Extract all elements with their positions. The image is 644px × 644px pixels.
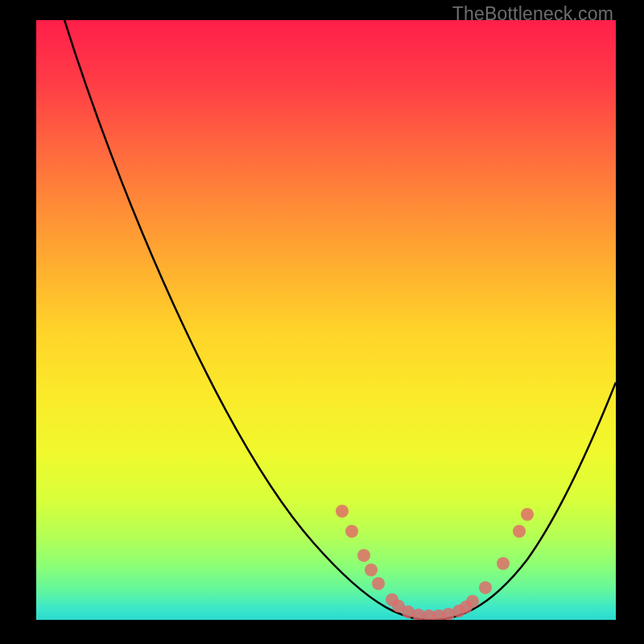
data-point	[521, 508, 534, 521]
bottleneck-curve	[62, 20, 616, 620]
data-point	[345, 525, 358, 538]
data-point	[336, 505, 349, 518]
chart-frame: TheBottleneck.com	[0, 0, 644, 644]
data-point	[357, 549, 370, 562]
data-point	[497, 557, 510, 570]
data-point	[479, 581, 492, 594]
points-group	[336, 505, 534, 620]
data-point	[513, 525, 526, 538]
plot-area	[36, 20, 616, 620]
data-point	[365, 564, 378, 576]
curve-svg	[36, 20, 616, 620]
data-point	[372, 577, 385, 590]
data-point	[466, 595, 479, 608]
